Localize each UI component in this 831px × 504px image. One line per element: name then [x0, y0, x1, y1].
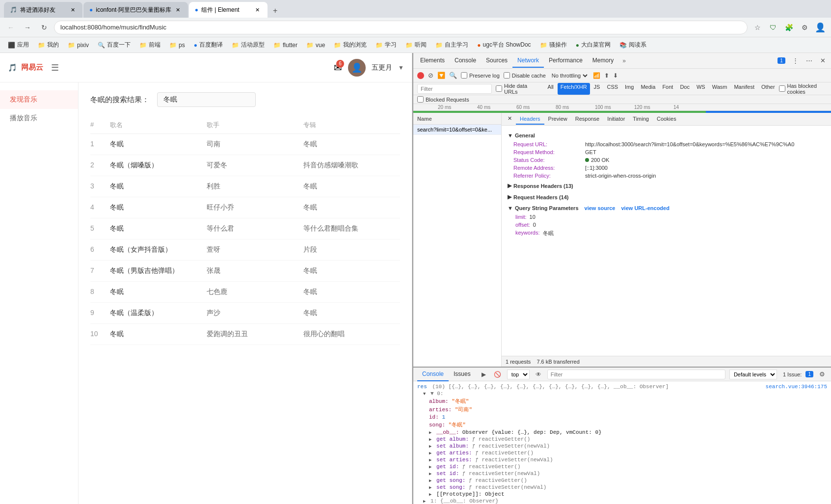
bookmark-xuexi[interactable]: 📁 学习: [372, 40, 401, 50]
bookmark-flutter[interactable]: 📁 flutter: [269, 41, 301, 50]
item1-expand-icon[interactable]: [423, 498, 427, 504]
filter-font[interactable]: Font: [659, 83, 676, 95]
filter-fetch-xhr[interactable]: Fetch/XHR: [558, 83, 590, 95]
get-song-icon[interactable]: [429, 477, 433, 483]
get-album-icon[interactable]: [429, 436, 433, 442]
tab-elements[interactable]: Elements: [415, 54, 450, 68]
hamburger-menu-icon[interactable]: ☰: [51, 62, 59, 73]
view-source-link[interactable]: view source: [585, 205, 616, 211]
filter-media[interactable]: Media: [638, 83, 658, 95]
notification-button[interactable]: ✉ 6: [334, 62, 342, 74]
preserve-log-input[interactable]: [461, 72, 467, 79]
clear-network-button[interactable]: ⊘: [428, 72, 433, 79]
set-album-icon[interactable]: [429, 443, 433, 449]
filter-other[interactable]: Other: [758, 83, 778, 95]
console-filter-input[interactable]: [547, 370, 725, 379]
filter-ws[interactable]: WS: [694, 83, 708, 95]
console-context-select[interactable]: top: [507, 370, 530, 379]
console-settings-icon[interactable]: ⚙: [817, 369, 827, 380]
disable-cache-input[interactable]: [504, 72, 510, 79]
browser-tab-3[interactable]: ● 组件 | Element ✕: [189, 2, 268, 18]
ob-expand-icon[interactable]: [429, 429, 433, 435]
bookmark-wode[interactable]: 📁 我的浏览: [330, 40, 371, 50]
table-row[interactable]: 5 冬眠 等什么君 等什么君翻唱合集: [90, 218, 400, 239]
view-url-encoded-link[interactable]: view URL-encoded: [621, 205, 670, 211]
query-params-section[interactable]: ▼ Query String Parameters view source vi…: [508, 202, 825, 213]
network-filter-input[interactable]: [417, 84, 492, 94]
general-section-header[interactable]: ▼ General: [508, 130, 825, 140]
blocked-requests-input[interactable]: [417, 96, 424, 103]
dropdown-arrow-icon[interactable]: ▼: [398, 64, 404, 71]
bookmark-ps[interactable]: 📁 ps: [165, 41, 189, 50]
set-song-icon[interactable]: [429, 484, 433, 490]
table-row[interactable]: 4 冬眠 旺仔小乔 冬眠: [90, 197, 400, 218]
bookmark-apps[interactable]: ⬛ 应用: [4, 40, 33, 50]
throttle-select[interactable]: No throttling: [550, 72, 589, 79]
address-bar[interactable]: localhost:8080/home/music/findMusic: [54, 21, 748, 34]
new-tab-button[interactable]: +: [268, 4, 282, 18]
filter-manifest[interactable]: Manifest: [731, 83, 757, 95]
filter-doc[interactable]: Doc: [677, 83, 693, 95]
console-clear-icon[interactable]: 🚫: [492, 369, 503, 380]
extension-icon[interactable]: 🧩: [782, 21, 796, 34]
devtools-more-button[interactable]: »: [618, 55, 630, 66]
tab2-close[interactable]: ✕: [174, 6, 182, 14]
forward-button[interactable]: →: [21, 21, 34, 34]
table-row[interactable]: 3 冬眠 利胜 冬眠: [90, 176, 400, 197]
detail-tab-headers[interactable]: Headers: [516, 114, 544, 125]
detail-tab-preview[interactable]: Preview: [544, 114, 571, 125]
has-blocked-cookies-input[interactable]: [779, 85, 785, 92]
get-id-icon[interactable]: [429, 464, 433, 470]
bookmark-star-icon[interactable]: ☆: [751, 21, 764, 34]
devtools-close-icon[interactable]: ✕: [816, 54, 829, 67]
tab-memory[interactable]: Memory: [588, 54, 618, 68]
item0-expand-icon[interactable]: [423, 391, 427, 397]
bookmark-ugc[interactable]: ● ugc平台 ShowDoc: [473, 40, 535, 50]
detail-tab-initiator[interactable]: Initiator: [603, 114, 629, 125]
bookmark-pixiv[interactable]: 📁 pixiv: [64, 41, 93, 50]
record-button[interactable]: [417, 72, 424, 79]
detail-tab-timing[interactable]: Timing: [629, 114, 653, 125]
filter-css[interactable]: CSS: [604, 83, 621, 95]
filter-js[interactable]: JS: [591, 83, 603, 95]
back-button[interactable]: ←: [4, 21, 18, 34]
tab-console[interactable]: Console: [450, 54, 481, 68]
bookmark-mine[interactable]: 📁 我的: [34, 40, 63, 50]
table-row[interactable]: 9 冬眠（温柔版） 声沙 冬眠: [90, 303, 400, 324]
table-row[interactable]: 10 冬眠 爱跑调的丑丑 很用心的翻唱: [90, 324, 400, 345]
detail-close-icon[interactable]: ✕: [504, 113, 516, 125]
bookmark-baidu[interactable]: 🔍 百度一下: [94, 40, 134, 50]
tab-network[interactable]: Network: [512, 54, 544, 68]
bookmark-qianjin[interactable]: 📁 前端: [135, 40, 164, 50]
has-blocked-cookies-checkbox[interactable]: Has blocked cookies: [779, 83, 827, 95]
bookmark-vue[interactable]: 📁 vue: [302, 41, 329, 50]
tab1-close[interactable]: ✕: [69, 6, 77, 14]
table-row[interactable]: 1 冬眠 司南 冬眠: [90, 134, 400, 155]
preserve-log-checkbox[interactable]: Preserve log: [461, 72, 500, 79]
filter-network-icon[interactable]: 🔽: [437, 72, 445, 79]
bookmark-huodong[interactable]: 📁 活动原型: [228, 40, 268, 50]
set-id-icon[interactable]: [429, 471, 433, 477]
table-row[interactable]: 2 冬眠（烟嗓版） 可爱冬 抖音仿感烟嗓潮歌: [90, 155, 400, 176]
search-network-icon[interactable]: 🔍: [449, 72, 457, 79]
issues-tab[interactable]: Issues: [449, 368, 476, 381]
hide-data-urls-input[interactable]: [496, 85, 502, 92]
browser-tab-2[interactable]: ● iconfont·阿里巴巴矢量图标库 ✕: [83, 2, 188, 18]
console-eye-icon[interactable]: 👁: [534, 369, 543, 380]
res-source-link[interactable]: search.vue:3946:175: [766, 384, 827, 390]
blocked-requests-checkbox[interactable]: Blocked Requests: [417, 96, 827, 103]
set-arties-icon[interactable]: [429, 457, 433, 463]
sidebar-item-play[interactable]: 播放音乐: [0, 109, 78, 128]
get-arties-icon[interactable]: [429, 450, 433, 456]
bookmark-zizhu[interactable]: 📁 自主学习: [431, 40, 472, 50]
network-request-item[interactable]: search?limit=10&offset=0&ke...: [413, 125, 501, 135]
tab-performance[interactable]: Performance: [544, 54, 588, 68]
sidebar-item-discover[interactable]: 发现音乐: [0, 90, 78, 109]
tab-sources[interactable]: Sources: [481, 54, 512, 68]
filter-img[interactable]: Img: [622, 83, 637, 95]
detail-tab-cookies[interactable]: Cookies: [653, 114, 680, 125]
reload-button[interactable]: ↻: [37, 21, 51, 34]
avatar-icon[interactable]: 👤: [813, 21, 827, 34]
issue-badge[interactable]: 1: [775, 54, 788, 67]
search-input[interactable]: [157, 92, 256, 107]
